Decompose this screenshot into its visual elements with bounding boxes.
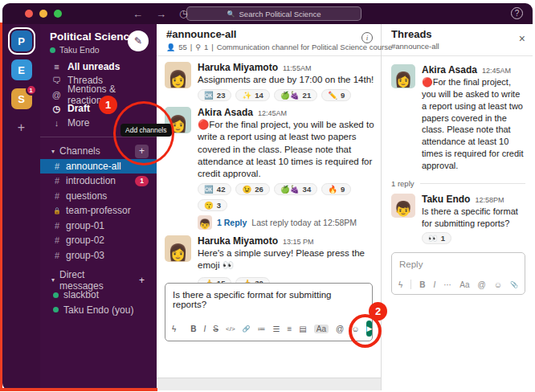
sidebar: Political Science ▾ Taku Endo ✎ ≡ All un…	[40, 24, 157, 390]
sidebar-item-mentions[interactable]: @ Mentions & reactions	[40, 88, 157, 102]
workspace-icon-e[interactable]: E	[11, 59, 32, 80]
annotation-left-border	[0, 22, 2, 391]
reaction-pill[interactable]: 👍30	[235, 277, 269, 283]
reaction-pill[interactable]: 🔥9	[321, 183, 351, 195]
reaction-pill[interactable]: 🍏🍇34	[274, 183, 317, 195]
code-block-icon[interactable]: ▤	[299, 325, 306, 333]
reaction-pill[interactable]: ✨14	[235, 89, 269, 101]
format-toggle-icon[interactable]: Aa	[459, 280, 469, 289]
thread-reply-bar[interactable]: 👦 1 Reply Last reply today at 12:58PM	[198, 215, 374, 230]
sidebar-item-introduction[interactable]: # introduction 1	[40, 174, 157, 189]
message-author[interactable]: Haruka Miyamoto	[198, 235, 278, 247]
reaction-emoji: ✏️	[328, 91, 337, 100]
new-message-button[interactable]: ✎	[128, 31, 149, 51]
channel-label: group-01	[66, 220, 104, 231]
annotation-step-2-badge: 2	[369, 302, 387, 321]
reply-input[interactable]: Reply	[392, 253, 525, 276]
reaction-pill[interactable]: 🍏🍇21	[274, 89, 317, 101]
close-icon[interactable]: ×	[519, 32, 525, 45]
sidebar-item-group-03[interactable]: # group-03	[40, 248, 157, 263]
titlebar: ← → ◷ 🔍 Search Political Science ?	[2, 3, 533, 24]
reaction-pill[interactable]: 🆗42	[198, 183, 231, 195]
presence-dot	[50, 47, 55, 53]
info-icon[interactable]: i	[361, 32, 373, 43]
back-icon[interactable]: ←	[133, 8, 143, 20]
composer-input[interactable]: Is there a specific format for submittin…	[165, 284, 372, 317]
channel-meta[interactable]: 👤 55 | ⚲ 1 | Communication channel for P…	[166, 43, 373, 51]
reaction-pill[interactable]: 👍15	[198, 277, 231, 283]
avatar[interactable]: 👩	[165, 62, 191, 88]
workspace-rail: P E S 1 +	[2, 24, 40, 390]
reaction-pill[interactable]: 🆗23	[198, 89, 231, 101]
reaction-pill[interactable]: 😉26	[235, 183, 269, 195]
avatar[interactable]: 👦	[391, 194, 415, 218]
add-dm-button[interactable]: +	[135, 273, 149, 287]
channel-label: group-02	[66, 235, 104, 246]
sidebar-item-group-01[interactable]: # group-01	[40, 218, 157, 234]
attachment-icon[interactable]: 📎	[510, 281, 518, 288]
overflow-icon[interactable]: ⋯	[443, 280, 451, 289]
reaction-count: 9	[341, 185, 345, 194]
thread-reply-composer[interactable]: Reply ϟ B I ⋯ Aa @ ☺ 📎	[391, 252, 525, 295]
bulleted-list-icon[interactable]: ☰	[273, 325, 280, 333]
reaction-pill[interactable]: 😙3	[198, 199, 227, 211]
strikethrough-icon[interactable]: S	[213, 325, 218, 333]
compose-pencil-icon: ✎	[134, 35, 142, 47]
channel-label: questions	[66, 190, 107, 202]
message-author[interactable]: Taku Endo	[422, 194, 470, 205]
sidebar-item-label: More	[67, 117, 89, 129]
traffic-lights	[25, 10, 62, 18]
channel-topic: Communication channel for Political Scie…	[217, 43, 393, 51]
format-toggle-icon[interactable]: Aa	[314, 325, 329, 333]
message-author[interactable]: Haruka Miyamoto	[198, 62, 278, 73]
code-icon[interactable]: </>	[226, 325, 235, 333]
reaction-emoji: 🍏🍇	[280, 185, 300, 194]
sidebar-item-all-unreads[interactable]: ≡ All unreads	[40, 59, 157, 74]
workspace-icon-s[interactable]: S 1	[11, 88, 32, 109]
message-composer[interactable]: Is there a specific format for submittin…	[165, 283, 373, 341]
shortcuts-icon[interactable]: ϟ	[398, 280, 402, 289]
message-list: 👩 Haruka Miyamoto 11:55AM Assignments ar…	[157, 56, 381, 283]
message-time: 12:45AM	[258, 109, 287, 117]
minimize-window-button[interactable]	[39, 10, 47, 18]
link-icon[interactable]: 🔗	[243, 325, 251, 333]
italic-icon[interactable]: I	[204, 325, 206, 333]
italic-icon[interactable]: I	[434, 280, 436, 289]
reaction-pill[interactable]: ✏️9	[321, 89, 351, 101]
dm-section-header[interactable]: ▾ Direct messages +	[40, 272, 157, 288]
shortcuts-icon[interactable]: ϟ	[172, 325, 176, 333]
avatar-glyph: 👦	[394, 200, 412, 218]
workspace-icon-political-science[interactable]: P	[11, 31, 32, 51]
message-text: 🔴For the final project, you will be aske…	[198, 119, 374, 180]
emoji-picker-icon[interactable]: ☺	[494, 280, 502, 289]
bold-icon[interactable]: B	[419, 280, 425, 289]
thread-replies-link[interactable]: 1 Reply	[217, 218, 247, 227]
sidebar-item-taku-endo[interactable]: Taku Endo (you)	[40, 303, 157, 318]
ordered-list-icon[interactable]: ≔	[258, 325, 266, 333]
channel-label: team-professor	[66, 205, 131, 216]
reaction-emoji: 😙	[204, 201, 214, 210]
bold-icon[interactable]: B	[190, 325, 196, 333]
reaction-pill[interactable]: 👀1	[422, 232, 451, 244]
blockquote-icon[interactable]: ≡	[288, 325, 292, 333]
spacer	[157, 341, 381, 378]
reply-toolbar: ϟ B I ⋯ Aa @ ☺ 📎	[392, 276, 525, 294]
sidebar-item-slackbot[interactable]: slackbot	[40, 288, 157, 303]
avatar[interactable]: 👩	[165, 235, 191, 262]
search-input[interactable]: 🔍 Search Political Science	[186, 6, 361, 21]
sidebar-item-group-02[interactable]: # group-02	[40, 233, 157, 248]
meta-divider: |	[190, 43, 192, 51]
close-window-button[interactable]	[25, 10, 33, 18]
forward-icon[interactable]: →	[156, 8, 166, 20]
add-workspace-button[interactable]: +	[18, 120, 25, 135]
sidebar-item-questions[interactable]: # questions	[40, 189, 157, 204]
message-author[interactable]: Akira Asada	[422, 64, 477, 76]
mention-icon[interactable]: @	[478, 280, 486, 289]
mention-icon[interactable]: @	[336, 325, 344, 333]
help-icon[interactable]: ?	[511, 7, 523, 19]
zoom-window-button[interactable]	[54, 10, 62, 18]
sidebar-item-team-professor[interactable]: 🔒 team-professor	[40, 203, 157, 218]
message-author[interactable]: Akira Asada	[198, 107, 253, 118]
threads-panel: Threads #announce-all × 👩 Akira Asada 12…	[382, 24, 533, 390]
avatar[interactable]: 👩	[391, 64, 415, 88]
